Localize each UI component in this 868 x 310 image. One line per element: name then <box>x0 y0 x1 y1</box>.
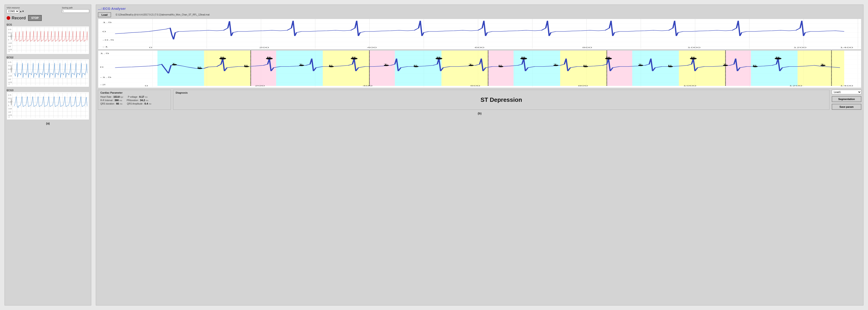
heart-rate-unit: bpr <box>120 96 123 98</box>
svg-text:0.5: 0.5 <box>8 32 10 34</box>
saving-path-input[interactable] <box>62 9 89 13</box>
record-label: Record <box>12 16 26 21</box>
heart-rate-param: Heart Rate : 153.8 bpr <box>100 96 123 98</box>
svg-text:0: 0 <box>8 39 9 40</box>
svg-text:0: 0 <box>102 31 106 33</box>
svg-rect-55 <box>725 50 751 86</box>
svg-rect-43 <box>251 50 276 86</box>
svg-text:P: P <box>498 65 502 67</box>
svg-rect-42 <box>204 50 251 86</box>
svg-text:-1.5: -1.5 <box>100 76 111 78</box>
svg-text:0.75: 0.75 <box>8 62 11 63</box>
ecg2-chart: 0.75 0.5 0.25 0 -0.25 -0.5 -0.75 -1 Volt… <box>8 60 88 85</box>
rr-interval-label: R-R Interval : <box>100 99 114 102</box>
svg-text:-0.75: -0.75 <box>8 49 12 50</box>
svg-text:-0.25: -0.25 <box>8 108 12 109</box>
svg-rect-47 <box>395 50 441 86</box>
annotated-ecg-container: 1.5 0 -1.5 -2 0 200 400 600 800 1000 120… <box>98 50 861 88</box>
ecg3-container: 0.75 0.5 0.25 0 -0.25 -0.5 -0.75 -1 Volt… <box>7 92 89 120</box>
svg-text:P: P <box>668 65 672 67</box>
svg-text:T: T <box>723 64 726 65</box>
svg-text:P: P <box>583 65 587 67</box>
svg-rect-52 <box>607 50 632 86</box>
visa-resource-section: VISA resource COM3 ▲▼ <box>7 7 24 13</box>
svg-rect-46 <box>369 50 395 86</box>
svg-text:-0.75: -0.75 <box>8 81 12 83</box>
svg-text:R: R <box>220 57 224 58</box>
svg-rect-53 <box>632 50 679 86</box>
svg-text:T: T <box>553 64 557 65</box>
svg-text:R: R <box>776 57 780 58</box>
svg-text:0: 0 <box>8 105 9 106</box>
svg-rect-56 <box>751 50 798 86</box>
svg-text:R: R <box>606 57 610 58</box>
svg-text:P: P <box>413 65 417 67</box>
svg-rect-48 <box>441 50 488 86</box>
heart-rate-value: 153.8 <box>113 96 120 98</box>
bottom-section: Cardiac Parameter Heart Rate : 153.8 bpr… <box>98 90 861 110</box>
rr-interval-param: R-R Interval : 390 ms <box>100 99 122 102</box>
visa-resource-label: VISA resource <box>7 7 24 9</box>
svg-text:-0.75: -0.75 <box>8 114 12 116</box>
svg-text:1200: 1200 <box>794 47 807 48</box>
svg-text:R: R <box>351 57 356 58</box>
svg-text:P: P <box>244 65 248 67</box>
qrs-amplitude-value: 0.4 <box>145 102 148 105</box>
svg-text:R: R <box>521 57 526 58</box>
right-controls: Lead1 Lead2 Lead3 Segmentation Save para… <box>832 90 861 110</box>
param-row-3: QRS duration : 66 ms QRS Amplitude : 0.4… <box>100 102 168 105</box>
stop-button[interactable]: STOP <box>28 15 42 21</box>
svg-text:0: 0 <box>8 72 9 73</box>
svg-text:200: 200 <box>259 47 269 48</box>
svg-text:T: T <box>172 63 176 65</box>
param-row-1: Heart Rate : 153.8 bpr P voltage : 0.17 … <box>100 96 168 98</box>
rr-interval-unit: ms <box>119 99 122 102</box>
lead-select[interactable]: Lead1 Lead2 Lead3 <box>832 90 861 94</box>
svg-text:1200: 1200 <box>789 85 802 87</box>
svg-text:-0.25: -0.25 <box>8 42 12 44</box>
svg-rect-50 <box>514 50 560 86</box>
record-button[interactable]: Record <box>7 16 26 21</box>
qrs-duration-value: 66 <box>116 102 119 105</box>
svg-text:1.5: 1.5 <box>102 22 112 24</box>
svg-text:-1: -1 <box>8 50 9 52</box>
rr-interval-value: 390 <box>115 99 119 102</box>
ecg1-container: 0.75 0.5 0.25 0 -0.25 -0.5 -0.75 -1 Volt… <box>7 26 89 54</box>
ecg2-label: ECG2 <box>7 56 89 59</box>
svg-text:0.75: 0.75 <box>8 94 11 96</box>
diagnosis-title: Diagnosis <box>176 91 827 94</box>
svg-text:0.5: 0.5 <box>8 65 10 67</box>
svg-text:-2: -2 <box>100 83 105 85</box>
qrs-duration-unit: ms <box>120 103 122 105</box>
cardiac-params-title: Cardiac Parameter <box>100 91 168 94</box>
svg-rect-54 <box>679 50 725 86</box>
svg-text:0.5: 0.5 <box>8 98 10 99</box>
svg-text:800: 800 <box>582 47 592 48</box>
svg-text:Voltage(V): Voltage(V) <box>10 65 12 73</box>
file-path: E:\12lead3lead\논문데이터\2017.9.21 {7.0.1}\a… <box>116 13 209 16</box>
svg-text:T: T <box>469 64 472 65</box>
svg-text:1000: 1000 <box>687 47 701 48</box>
svg-text:P: P <box>752 65 756 67</box>
svg-text:1000: 1000 <box>683 85 696 87</box>
svg-rect-27 <box>98 19 861 48</box>
visa-select[interactable]: COM3 <box>7 9 19 13</box>
qrs-amplitude-param: QRS Amplitude : 0.4 mv <box>127 102 151 105</box>
qrs-duration-param: QRS duration : 66 ms <box>100 102 122 105</box>
svg-rect-49 <box>488 50 514 86</box>
svg-text:0: 0 <box>145 85 148 87</box>
segmentation-button[interactable]: Segmentation <box>832 96 861 102</box>
load-button[interactable]: Load <box>98 12 111 17</box>
main-ecg-chart: 1.5 0 -0.5 -1 0 200 400 600 800 1000 120… <box>98 19 861 48</box>
svg-text:-1: -1 <box>102 46 108 48</box>
saving-path-section: Saving path <box>62 7 89 13</box>
ecg3-label: ECG3 <box>7 89 89 92</box>
svg-text:400: 400 <box>367 47 377 48</box>
qrs-amplitude-unit: mv <box>149 103 152 105</box>
p-voltage-label: P voltage : <box>128 96 138 98</box>
p-voltage-param: P voltage : 0.17 mv <box>128 96 148 98</box>
ecg3-chart: 0.75 0.5 0.25 0 -0.25 -0.5 -0.75 -1 Volt… <box>8 93 88 118</box>
pr-duration-value: 34.2 <box>140 99 145 102</box>
save-param-button[interactable]: Save param <box>832 104 861 110</box>
svg-text:P: P <box>329 65 333 67</box>
